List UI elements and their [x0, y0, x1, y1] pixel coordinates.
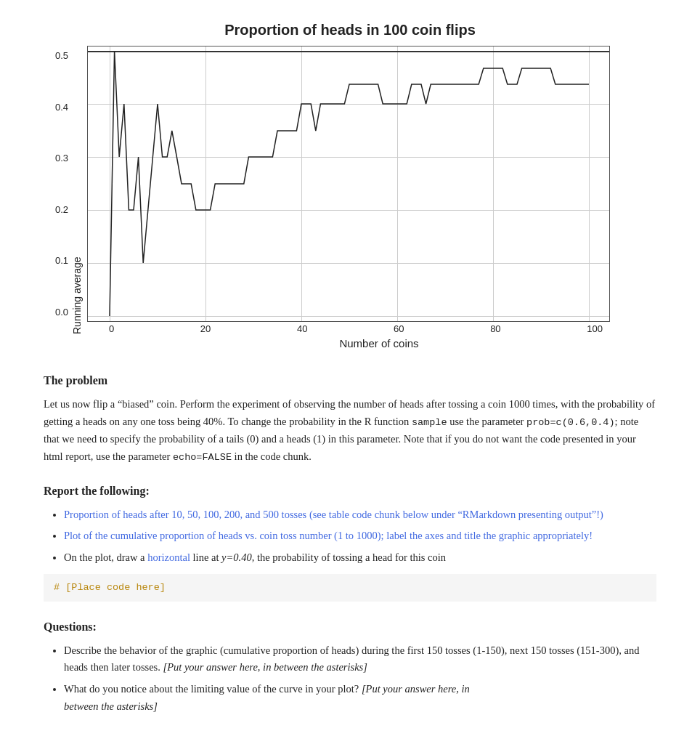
x-axis-label: Number of coins	[102, 337, 656, 349]
questions-list: Describe the behavior of the graphic (cu…	[64, 642, 656, 716]
report-item-1-text: Proportion of heads after 10, 50, 100, 2…	[64, 509, 603, 520]
x-axis-ticks: 0 20 40 60 80 100	[87, 322, 610, 334]
sample-func: sample	[412, 417, 447, 428]
prob-param: prob=c(0.6,0.4)	[526, 417, 615, 428]
y-axis-ticks: 0.5 0.4 0.3 0.2 0.1 0.0	[44, 46, 68, 322]
question-2-answer: [Put your answer here, inbetween the ast…	[64, 683, 470, 712]
question-1: Describe the behavior of the graphic (cu…	[64, 642, 656, 677]
report-item-1: Proportion of heads after 10, 50, 100, 2…	[64, 506, 656, 524]
report-item-2: Plot of the cumulative proportion of hea…	[64, 527, 656, 545]
report-title: Report the following:	[44, 482, 656, 501]
problem-body: Let us now flip a “biased” coin. Perform…	[44, 396, 656, 466]
questions-title: Questions:	[44, 618, 656, 636]
question-1-answer: [Put your answer here, in between the as…	[163, 661, 367, 673]
report-list: Proportion of heads after 10, 50, 100, 2…	[64, 506, 656, 567]
report-item-3-text: On the plot, draw a horizontal line at y…	[64, 551, 446, 563]
content-section: The problem Let us now flip a “biased” c…	[44, 371, 656, 716]
y-axis-label: Running average	[71, 46, 83, 334]
problem-title: The problem	[44, 371, 656, 390]
report-item-2-text: Plot of the cumulative proportion of hea…	[64, 530, 593, 541]
report-item-3: On the plot, draw a horizontal line at y…	[64, 549, 656, 567]
chart-title: Proportion of heads in 100 coin flips	[44, 22, 656, 39]
chart-area	[87, 46, 610, 322]
echo-param: echo=FALSE	[173, 452, 232, 463]
question-2: What do you notice about the limiting va…	[64, 681, 656, 716]
code-placeholder: # [Place code here]	[44, 574, 656, 602]
chart-svg	[88, 46, 611, 323]
